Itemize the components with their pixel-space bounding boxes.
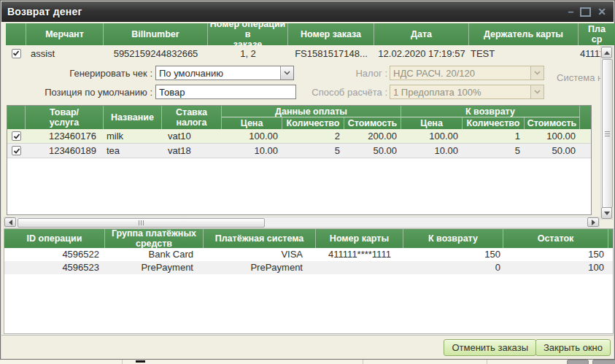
order-checkbox-cell	[6, 45, 26, 61]
operation-payment-system: PrePayment	[204, 261, 316, 274]
item-checkbox-cell	[7, 144, 26, 158]
operation-refund: 150	[403, 248, 503, 261]
operation-rest: 100	[503, 261, 608, 274]
order-date-value: 12.02.2020 17:19:57	[374, 45, 469, 61]
item-refund-price: 100.00	[401, 129, 463, 143]
scroll-up-button[interactable]	[601, 47, 612, 58]
scroll-down-button[interactable]	[601, 207, 612, 219]
maximize-icon[interactable]	[580, 7, 591, 17]
tax-label: Налог :	[278, 66, 387, 81]
calc-method-value: 1 Предоплата 100%	[390, 87, 530, 98]
order-merchant-value: assist	[26, 45, 104, 61]
item-name: milk	[104, 129, 162, 143]
item-refund-cost: 50.00	[525, 144, 580, 158]
background-line	[122, 360, 123, 364]
items-header-refund-quantity: Количество	[463, 117, 525, 129]
items-table-header: Товар/ услуга Название Ставка налога Дан…	[7, 106, 591, 129]
orders-header-cardholder: Держатель карты	[469, 23, 579, 45]
horizontal-scrollbar-thumb[interactable]	[18, 218, 265, 228]
ops-header-filler	[608, 229, 613, 248]
item-refund-cost: 100.00	[525, 129, 580, 143]
orders-table-row[interactable]: assist 5952159244832665 1, 2 FS158151714…	[6, 45, 615, 61]
title-bar[interactable]: Возврат денег – ✕	[1, 1, 614, 22]
operations-table-panel: ID операции Группа платёжных средств Пла…	[4, 228, 614, 334]
items-header-refund-cost: Стоимость	[525, 117, 580, 129]
operation-row[interactable]: 4596522 Bank Card VISA 411111****1111 15…	[4, 248, 613, 261]
orders-table-header: Мерчант Billnumber Номер операции в зака…	[6, 23, 615, 45]
orders-header-operation-numbers: Номер операции в заказе	[208, 23, 288, 45]
ops-header-refund: К возврату	[403, 229, 503, 248]
order-operation-numbers-value: 1, 2	[208, 45, 288, 61]
refund-dialog-window: Возврат денег – ✕ Мерчант Billnumber Ном…	[0, 0, 615, 360]
order-billnumber-value: 5952159244832665	[104, 45, 208, 61]
operation-payment-group: PrePayment	[105, 261, 204, 274]
ops-header-payment-system: Платёжная система	[204, 229, 316, 248]
vertical-scrollbar[interactable]	[600, 46, 613, 220]
item-checkbox-cell	[7, 129, 26, 143]
operation-refund: 0	[403, 261, 503, 274]
operation-row[interactable]: 4596523 PrePayment PrePayment 0 100	[4, 261, 613, 274]
window-controls: – ✕	[568, 1, 606, 22]
default-position-label: Позиция по умолчанию :	[1, 85, 152, 100]
orders-header-checkbox-column	[6, 23, 26, 45]
ops-header-operation-id: ID операции	[4, 229, 105, 248]
item-tax-rate: vat18	[162, 144, 222, 158]
item-pay-price: 100.00	[222, 129, 282, 143]
close-window-button[interactable]: Закрыть окно	[535, 339, 611, 356]
operation-rest: 150	[503, 248, 608, 261]
operation-card-number: 411111****1111	[316, 248, 403, 261]
item-product: 123460176	[26, 129, 104, 143]
items-header-refund-group: К возврату	[401, 106, 580, 117]
operation-payment-group: Bank Card	[105, 248, 204, 261]
items-header-refund-group-block: К возврату Цена Количество Стоимость	[401, 106, 580, 129]
item-pay-price: 10.00	[222, 144, 282, 158]
orders-header-billnumber: Billnumber	[104, 23, 208, 45]
scroll-right-button[interactable]	[587, 217, 599, 227]
ops-header-payment-group: Группа платёжных средств	[105, 229, 204, 248]
chevron-down-icon	[530, 66, 544, 80]
horizontal-scrollbar[interactable]	[4, 217, 600, 228]
orders-header-date: Дата	[374, 23, 469, 45]
items-header-checkbox-column	[7, 106, 26, 129]
item-row-tea[interactable]: 123460189 tea vat18 10.00 5 50.00 10.00 …	[7, 144, 591, 158]
background-line	[487, 360, 487, 364]
arrow-left-icon	[9, 220, 12, 225]
item-pay-quantity: 2	[282, 129, 344, 143]
item-name: tea	[104, 144, 162, 158]
item-pay-cost: 50.00	[344, 144, 401, 158]
tax-select-disabled: НДС РАСЧ. 20/120	[390, 66, 544, 80]
vertical-scrollbar-thumb[interactable]	[602, 59, 613, 208]
scroll-left-button[interactable]	[4, 217, 16, 227]
generate-receipt-select[interactable]: По умолчанию	[155, 66, 294, 80]
items-header-pay-price: Цена	[222, 117, 282, 129]
ops-header-rest: Остаток	[503, 229, 608, 248]
footer-bar: Отменить заказы Закрыть окно	[1, 335, 614, 359]
background-page	[0, 360, 615, 364]
orders-header-order-number: Номер заказа	[288, 23, 374, 45]
item-refund-quantity: 1	[463, 129, 525, 143]
item-refund-price: 10.00	[401, 144, 463, 158]
items-table-panel: Товар/ услуга Название Ставка налога Дан…	[7, 105, 592, 215]
close-icon[interactable]: ✕	[597, 7, 606, 17]
background-button-fragment	[567, 360, 589, 364]
orders-header-payment-tool: Пла ср	[579, 23, 615, 45]
items-header-filler	[580, 106, 591, 129]
tax-value: НДС РАСЧ. 20/120	[390, 68, 530, 79]
minimize-icon[interactable]: –	[568, 7, 573, 17]
orders-header-merchant: Мерчант	[26, 23, 104, 45]
item-checkbox-checked[interactable]	[12, 146, 21, 155]
default-position-input[interactable]	[155, 85, 296, 99]
items-header-product: Товар/ услуга	[26, 106, 104, 129]
cancel-orders-button[interactable]: Отменить заказы	[444, 339, 536, 356]
generate-receipt-value: По умолчанию	[156, 68, 280, 79]
generate-receipt-label: Генерировать чек :	[1, 66, 152, 81]
item-checkbox-checked[interactable]	[12, 131, 21, 141]
check-icon	[13, 147, 20, 155]
item-row-milk[interactable]: 123460176 milk vat10 100.00 2 200.00 100…	[7, 129, 591, 144]
dialog-title: Возврат денег	[1, 6, 82, 18]
items-header-pay-cost: Стоимость	[344, 117, 401, 129]
items-header-name: Название	[104, 106, 162, 129]
order-checkbox-checked[interactable]	[12, 49, 21, 58]
order-number-value: FS1581517148...	[288, 45, 374, 61]
calc-method-select-disabled: 1 Предоплата 100%	[390, 85, 544, 99]
